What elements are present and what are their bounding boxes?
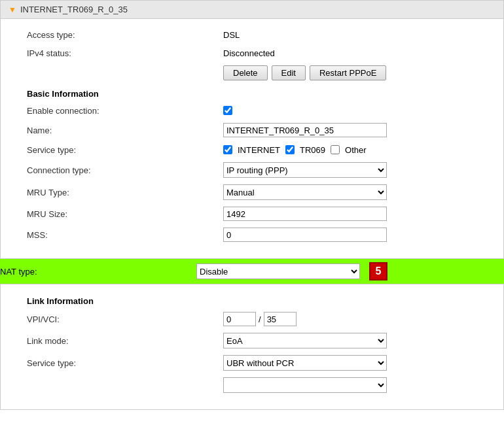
- mru-size-input[interactable]: [223, 207, 387, 221]
- page-container: ▼ INTERNET_TR069_R_0_35 Access type: DSL…: [0, 0, 504, 423]
- enable-connection-checkbox[interactable]: [223, 106, 232, 115]
- service-type-label: Service type:: [27, 145, 223, 155]
- ipv4-status-row: IPv4 status: Disconnected: [27, 44, 477, 62]
- nat-type-select[interactable]: Disable: [196, 263, 360, 279]
- vci-input[interactable]: [264, 312, 297, 326]
- link-info-heading: Link Information: [27, 291, 477, 309]
- vpi-vci-group: /: [223, 312, 297, 326]
- service-tr069-checkbox[interactable]: [285, 145, 295, 154]
- mru-size-value: [223, 207, 477, 221]
- nat-type-row: NAT type: Disable 5: [0, 259, 504, 284]
- service-other-label: Other: [345, 145, 367, 155]
- vpi-vci-value: /: [223, 312, 477, 326]
- name-row: Name:: [27, 120, 477, 141]
- name-input[interactable]: [223, 123, 387, 137]
- service-type-checkboxes: INTERNET TR069 Other: [223, 145, 477, 155]
- service-type2-select[interactable]: UBR without PCR: [223, 355, 387, 371]
- mru-type-label: MRU Type:: [27, 188, 223, 197]
- extra-select[interactable]: [223, 377, 387, 393]
- vpi-vci-row: VPI/VCI: /: [27, 309, 477, 330]
- link-mode-select[interactable]: EoA: [223, 333, 387, 348]
- mru-type-select[interactable]: Manual: [223, 184, 387, 200]
- section-header: ▼ INTERNET_TR069_R_0_35: [0, 0, 504, 19]
- service-internet-label: INTERNET: [238, 145, 280, 155]
- buttons-group: Delete Edit Restart PPPoE: [223, 65, 477, 80]
- section-title: INTERNET_TR069_R_0_35: [20, 5, 128, 14]
- mss-label: MSS:: [27, 230, 223, 240]
- vpi-vci-separator: /: [259, 314, 261, 324]
- delete-button[interactable]: Delete: [223, 65, 268, 80]
- name-label: Name:: [27, 126, 223, 135]
- service-row: INTERNET TR069 Other: [223, 145, 367, 155]
- content-area: Access type: DSL IPv4 status: Disconnect…: [0, 19, 504, 259]
- service-type2-value: UBR without PCR: [223, 355, 477, 371]
- basic-info-heading: Basic Information: [27, 84, 477, 101]
- service-type2-label: Service type:: [27, 358, 223, 368]
- service-tr069-label: TR069: [300, 145, 325, 155]
- connection-type-value: IP routing (PPP): [223, 162, 477, 178]
- service-type-row: Service type: INTERNET TR069 Other: [27, 141, 477, 159]
- mru-type-row: MRU Type: Manual: [27, 181, 477, 203]
- enable-connection-value: [223, 106, 477, 115]
- mss-value: [223, 228, 477, 242]
- mss-row: MSS:: [27, 224, 477, 245]
- connection-type-select[interactable]: IP routing (PPP): [223, 162, 387, 178]
- link-mode-label: Link mode:: [27, 336, 223, 346]
- vpi-vci-label: VPI/VCI:: [27, 314, 223, 324]
- edit-button[interactable]: Edit: [272, 65, 306, 80]
- link-mode-row: Link mode: EoA: [27, 330, 477, 352]
- connection-type-label: Connection type:: [27, 165, 223, 175]
- ipv4-status-value: Disconnected: [223, 48, 477, 58]
- nat-type-value: Disable 5: [196, 262, 504, 280]
- vpi-input[interactable]: [223, 312, 256, 326]
- enable-connection-row: Enable connection:: [27, 101, 477, 120]
- enable-connection-label: Enable connection:: [27, 106, 223, 116]
- buttons-row: Delete Edit Restart PPPoE: [27, 62, 477, 84]
- collapse-arrow-icon[interactable]: ▼: [9, 5, 16, 14]
- restart-pppoe-button[interactable]: Restart PPPoE: [310, 65, 386, 80]
- content-area-2: Link Information VPI/VCI: / Link mode: E…: [0, 284, 504, 410]
- access-type-row: Access type: DSL: [27, 25, 477, 44]
- link-mode-value: EoA: [223, 333, 477, 348]
- nat-type-label: NAT type:: [0, 267, 196, 277]
- connection-type-row: Connection type: IP routing (PPP): [27, 159, 477, 181]
- mss-input[interactable]: [223, 228, 387, 242]
- step-badge-5: 5: [369, 262, 387, 280]
- service-other-checkbox[interactable]: [331, 145, 340, 154]
- name-value: [223, 123, 477, 137]
- access-type-value: DSL: [223, 30, 477, 40]
- ipv4-status-label: IPv4 status:: [27, 48, 223, 58]
- service-type2-row: Service type: UBR without PCR: [27, 352, 477, 374]
- mru-size-row: MRU Size:: [27, 203, 477, 224]
- access-type-label: Access type:: [27, 30, 223, 40]
- service-internet-checkbox[interactable]: [223, 145, 232, 154]
- extra-value: [223, 377, 477, 393]
- extra-row: [27, 374, 477, 396]
- mru-type-value: Manual: [223, 184, 477, 200]
- mru-size-label: MRU Size:: [27, 209, 223, 219]
